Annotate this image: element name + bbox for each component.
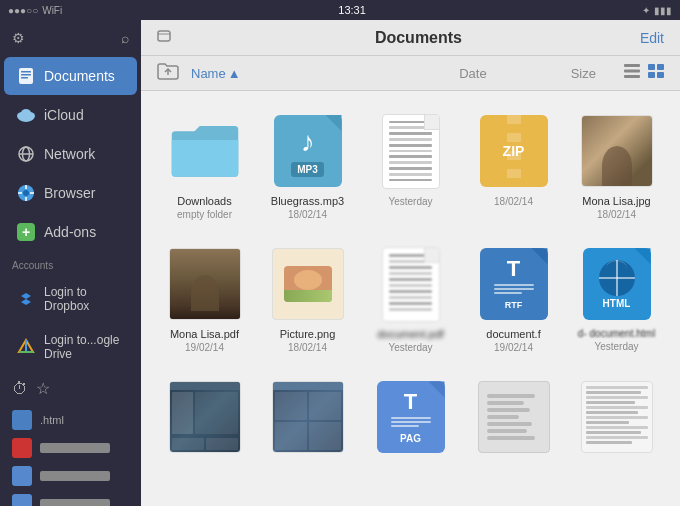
recents-star-icon: ☆ xyxy=(36,379,50,398)
rtf-letter: T xyxy=(507,258,520,280)
wifi-icon: WiFi xyxy=(42,5,62,16)
list-view-button[interactable] xyxy=(624,64,640,82)
sidebar-item-dropbox[interactable]: Login to Dropbox xyxy=(4,276,137,322)
html-label: HTML xyxy=(603,298,631,309)
main-area: Documents Edit Name ▲ Date Size xyxy=(141,0,680,506)
file-item-rtf[interactable]: T RTF document.f 19/02/14 xyxy=(466,240,561,357)
svg-rect-2 xyxy=(21,74,31,76)
sort-size-label: Size xyxy=(571,66,596,81)
pag-icon: T PAG xyxy=(371,377,451,457)
picture-icon xyxy=(268,244,348,324)
svg-rect-26 xyxy=(657,72,664,78)
sidebar-nav: Documents iCloud xyxy=(0,56,141,252)
file-date-doc1: Yesterday xyxy=(388,196,432,207)
browser-icon xyxy=(16,183,36,203)
file-item-pag[interactable]: T PAG xyxy=(363,373,458,465)
sidebar-item-gdrive[interactable]: Login to...ogle Drive xyxy=(4,324,137,370)
file-name-downloads: Downloads xyxy=(177,195,231,208)
file-name-html: d- document.html xyxy=(578,328,655,340)
rtf-line-1 xyxy=(494,284,534,286)
file-subtitle-downloads: empty folder xyxy=(177,209,232,220)
file-date-html: Yesterday xyxy=(594,341,638,352)
file-item-textdoc[interactable] xyxy=(569,373,664,465)
file-item-doc1[interactable]: Yesterday xyxy=(363,107,458,224)
status-bar-left: ●●●○○ WiFi xyxy=(8,5,62,16)
sidebar-item-network[interactable]: Network xyxy=(4,135,137,173)
sidebar-item-label: Login to Dropbox xyxy=(44,285,125,313)
edit-button[interactable]: Edit xyxy=(640,30,664,46)
network-icon xyxy=(16,144,36,164)
file-name-monalisa: Mona Lisa.jpg xyxy=(582,195,651,208)
file-item-html[interactable]: HTML d- document.html Yesterday xyxy=(569,240,664,357)
file-item-downloads[interactable]: Downloads empty folder xyxy=(157,107,252,224)
status-bar-right: ✦ ▮▮▮ xyxy=(642,5,672,16)
file-item-zip[interactable]: ZIP 18/02/14 xyxy=(466,107,561,224)
document-icon-2 xyxy=(371,244,451,324)
file-item-monapdf[interactable]: Mona Lisa.pdf 19/02/14 xyxy=(157,240,252,357)
search-icon[interactable]: ⌕ xyxy=(121,30,129,46)
back-icon[interactable] xyxy=(157,28,197,47)
sidebar-item-addons[interactable]: + Add-ons xyxy=(4,213,137,251)
signal-icon: ●●●○○ xyxy=(8,5,38,16)
file-name-bluegrass: Bluegrass.mp3 xyxy=(271,195,344,208)
recent-label-3 xyxy=(40,471,110,481)
svg-rect-0 xyxy=(19,68,33,84)
status-bar: ●●●○○ WiFi 13:31 ✦ ▮▮▮ xyxy=(0,0,680,20)
svg-rect-23 xyxy=(648,64,655,70)
sidebar-item-label: Documents xyxy=(44,68,115,84)
recent-label-2 xyxy=(40,443,110,453)
pag-label: PAG xyxy=(400,433,421,444)
recents-section: ⏱ ☆ xyxy=(0,371,141,406)
sort-arrow-icon: ▲ xyxy=(228,66,241,81)
svg-marker-13 xyxy=(21,293,31,305)
recent-item-3[interactable] xyxy=(0,462,141,490)
recent-thumb-2 xyxy=(12,438,32,458)
file-name-picture: Picture.png xyxy=(280,328,336,341)
recent-item-4[interactable] xyxy=(0,490,141,506)
gear-icon[interactable]: ⚙ xyxy=(12,30,25,46)
pag-line-3 xyxy=(391,425,419,427)
photo-icon-monalisa xyxy=(577,111,657,191)
recents-clock-icon: ⏱ xyxy=(12,380,28,398)
sort-name-label: Name xyxy=(191,66,226,81)
recent-thumb-1 xyxy=(12,410,32,430)
file-item-picture[interactable]: Picture.png 18/02/14 xyxy=(260,240,355,357)
file-date-bluegrass: 18/02/14 xyxy=(288,209,327,220)
addons-icon: + xyxy=(16,222,36,242)
grid-view-button[interactable] xyxy=(648,64,664,82)
sidebar-item-label: Add-ons xyxy=(44,224,96,240)
mp3-label: MP3 xyxy=(291,162,324,177)
recent-item-2[interactable] xyxy=(0,434,141,462)
sort-date-label: Date xyxy=(459,66,486,81)
file-item-doc2[interactable]: document.pdf Yesterday xyxy=(363,240,458,357)
main-title: Documents xyxy=(197,29,640,47)
recent-item-1[interactable]: .html xyxy=(0,406,141,434)
recent-label-1: .html xyxy=(40,414,64,426)
file-grid: Downloads empty folder ♪ MP3 Bluegrass.m… xyxy=(141,91,680,506)
svg-rect-21 xyxy=(624,70,640,73)
svg-point-7 xyxy=(21,109,31,117)
main-header: Documents Edit xyxy=(141,20,680,56)
sidebar-item-label: Browser xyxy=(44,185,95,201)
file-item-screenshot1[interactable] xyxy=(157,373,252,465)
file-item-monalisa-jpg[interactable]: Mona Lisa.jpg 18/02/14 xyxy=(569,107,664,224)
sidebar-item-icloud[interactable]: iCloud xyxy=(4,96,137,134)
folder-icon-downloads xyxy=(165,111,245,191)
recent-label-4 xyxy=(40,499,110,506)
file-item-screenshot2[interactable] xyxy=(260,373,355,465)
file-name-rtf: document.f xyxy=(486,328,540,341)
pdf-icon-monapdf xyxy=(165,244,245,324)
sidebar-item-browser[interactable]: Browser xyxy=(4,174,137,212)
blurred-icon xyxy=(474,377,554,457)
sort-name-button[interactable]: Name ▲ xyxy=(191,66,241,81)
sidebar-item-documents[interactable]: Documents xyxy=(4,57,137,95)
file-item-bluegrass[interactable]: ♪ MP3 Bluegrass.mp3 18/02/14 xyxy=(260,107,355,224)
svg-rect-24 xyxy=(657,64,664,70)
svg-rect-3 xyxy=(21,77,28,79)
textdoc-icon xyxy=(577,377,657,457)
file-item-blurred[interactable] xyxy=(466,373,561,465)
file-date-doc2: Yesterday xyxy=(388,342,432,353)
screenshot-icon-1 xyxy=(165,377,245,457)
folder-up-icon[interactable] xyxy=(157,62,179,84)
view-buttons xyxy=(624,64,664,82)
